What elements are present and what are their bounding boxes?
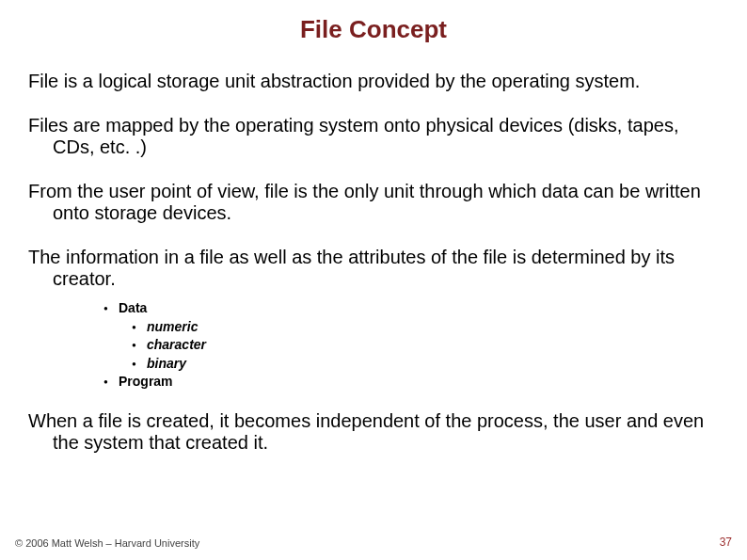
paragraph-4: The information in a file as well as the… xyxy=(28,247,719,290)
footer-page-number: 37 xyxy=(720,536,732,549)
bullet-character: character xyxy=(132,336,719,355)
bullet-binary: binary xyxy=(132,355,719,374)
bullet-numeric: numeric xyxy=(132,318,719,337)
paragraph-1: File is a logical storage unit abstracti… xyxy=(28,71,719,92)
bullet-list: Data numeric character binary Program xyxy=(103,299,719,392)
bullet-program: Program xyxy=(103,373,719,392)
bullet-data: Data xyxy=(103,299,719,318)
footer-copyright: © 2006 Matt Welsh – Harvard University xyxy=(15,537,199,549)
paragraph-3: From the user point of view, file is the… xyxy=(28,181,719,224)
paragraph-5: When a file is created, it becomes indep… xyxy=(28,410,719,454)
paragraph-2: Files are mapped by the operating system… xyxy=(28,115,719,158)
slide-title: File Concept xyxy=(28,15,719,44)
slide-container: File Concept File is a logical storage u… xyxy=(0,0,747,560)
